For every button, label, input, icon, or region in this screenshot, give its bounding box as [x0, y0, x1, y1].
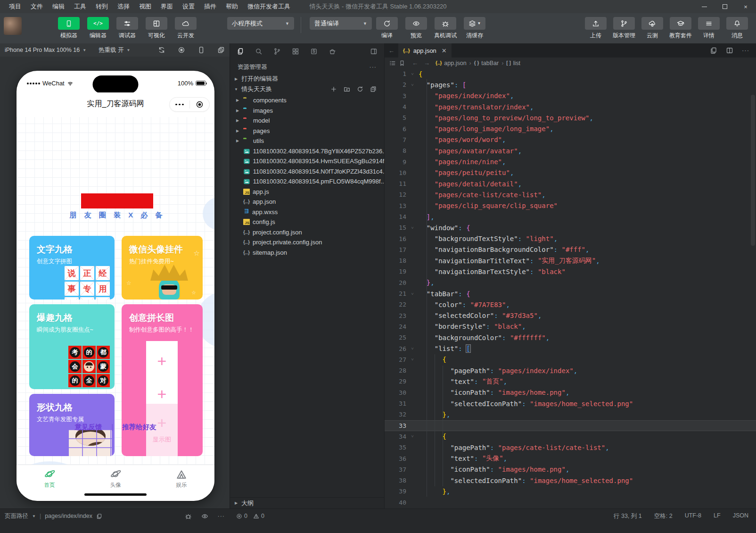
code-line-18[interactable]: 18 "navigationBarTitleText": "实用_刀客源码网", — [385, 255, 756, 266]
code-line-34[interactable]: 34˅ { — [385, 431, 756, 442]
code-line-40[interactable]: 40 — [385, 497, 756, 508]
status-item-1[interactable]: 行 33, 列 1 — [614, 512, 642, 520]
pot-icon[interactable] — [329, 48, 336, 55]
card-word-nine-grid[interactable]: 文字九格 创意文字拼图 说正经事专用 — [29, 236, 115, 300]
file-project.private.config.j[interactable]: {..}project.private.config.json — [230, 237, 384, 248]
消息-button[interactable]: 消息 — [725, 13, 749, 40]
more-icon[interactable]: ··· — [742, 47, 749, 54]
recommend-link[interactable]: 推荐给好友 — [122, 423, 156, 431]
file-app.json[interactable]: {..}app.json — [230, 197, 384, 207]
code-line-32[interactable]: 32 }, — [385, 409, 756, 420]
back-icon[interactable]: ← — [412, 59, 418, 67]
code-line-5[interactable]: 5 "pages/long_to_preview/long_to_preview… — [385, 112, 756, 123]
menu-item-4[interactable]: 工具 — [70, 0, 90, 13]
code-line-31[interactable]: 31 "selectedIconPath": "images/home_sele… — [385, 398, 756, 409]
split-editor-icon[interactable] — [726, 47, 733, 54]
预览-button[interactable]: 预览 — [404, 13, 428, 40]
files-icon[interactable] — [237, 48, 244, 55]
more-icon[interactable]: ··· — [370, 64, 377, 70]
模拟器-button[interactable]: 模拟器 — [57, 13, 81, 40]
minimize-button[interactable] — [694, 0, 715, 13]
maximize-button[interactable] — [715, 0, 735, 13]
code-line-10[interactable]: 10 "pages/peitu/peitu", — [385, 167, 756, 178]
outline-section[interactable]: ▶ 大纲 — [230, 497, 384, 508]
code-line-26[interactable]: 26˅ "list": [ — [385, 343, 756, 354]
code-line-37[interactable]: 37 "iconPath": "images/home.png", — [385, 464, 756, 475]
open-editors-section[interactable]: ▶ 打开的编辑器 — [230, 74, 384, 84]
code-line-8[interactable]: 8 "pages/avatar/avatar", — [385, 145, 756, 156]
status-item-2[interactable]: 空格: 2 — [654, 512, 673, 520]
详情-button[interactable]: 详情 — [697, 13, 721, 40]
windows-icon[interactable] — [217, 46, 225, 54]
code-line-33[interactable]: 33 — [385, 420, 756, 431]
真机调试-button[interactable]: 真机调试 — [433, 13, 458, 40]
code-line-39[interactable]: 39 }, — [385, 486, 756, 497]
menu-item-10[interactable]: 插件 — [200, 0, 221, 13]
file-sitemap.json[interactable]: {..}sitemap.json — [230, 248, 384, 258]
code-line-2[interactable]: 2˅ "pages": [ — [385, 79, 756, 90]
上传-button[interactable]: 上传 — [583, 13, 608, 40]
panel-icon[interactable] — [370, 48, 378, 55]
code-line-35[interactable]: 35 "pagePath": "pages/cate-list/cate-lis… — [385, 442, 756, 453]
code-line-28[interactable]: 28 "pagePath": "pages/index/index", — [385, 365, 756, 376]
file-app.wxss[interactable]: app.wxss — [230, 207, 384, 217]
device-icon[interactable] — [197, 46, 205, 54]
code-line-13[interactable]: 13 "pages/clip_square/clip_square" — [385, 200, 756, 211]
card-avatar-widget[interactable]: 微信头像挂件 热门挂件免费用~ ☆ ☆ ☆ — [122, 236, 203, 300]
code-line-29[interactable]: 29 "text": "首页", — [385, 376, 756, 387]
code-line-3[interactable]: 3 "pages/index/index", — [385, 91, 756, 101]
code-area[interactable]: 1˅{2˅ "pages": [3 "pages/index/index",4 … — [385, 68, 756, 508]
编辑器-button[interactable]: </>编辑器 — [86, 13, 110, 40]
more-icon[interactable]: ··· — [218, 513, 225, 519]
close-tab-icon[interactable]: ✕ — [442, 47, 447, 54]
close-button[interactable]: × — [735, 0, 756, 13]
mode-select[interactable]: 小程序模式 ▼ — [227, 17, 294, 30]
file-1108100302.480839154.N0f[interactable]: 1108100302.480839154.N0fTJfoKPZZl43d31c4… — [230, 167, 384, 177]
file-config.js[interactable]: JSconfig.js — [230, 217, 384, 227]
status-item-5[interactable]: JSON — [733, 512, 748, 520]
status-problems[interactable]: 0 0 — [230, 513, 384, 519]
code-line-4[interactable]: 4 "pages/translator/index", — [385, 101, 756, 112]
outline-list-icon[interactable] — [389, 60, 396, 67]
folder-model[interactable]: ▶model — [230, 116, 384, 126]
menu-item-11[interactable]: 帮助 — [222, 0, 242, 13]
code-line-21[interactable]: 21˅ "tabBar": { — [385, 288, 756, 299]
menu-item-12[interactable]: 微信开发者工具 — [243, 0, 295, 13]
code-line-23[interactable]: 23 "selectedColor": "#37d3a5", — [385, 310, 756, 321]
search-icon[interactable] — [255, 48, 263, 55]
folder-pages[interactable]: ▶pages — [230, 126, 384, 136]
menu-item-1[interactable]: 项目 — [5, 0, 25, 13]
copy-icon[interactable] — [96, 513, 102, 519]
scrollbar[interactable] — [751, 95, 755, 246]
project-section[interactable]: ▼ 情头天天换 — [230, 84, 384, 94]
menu-item-9[interactable]: 设置 — [178, 0, 199, 13]
code-line-38[interactable]: 38 "selectedIconPath": "images/home_sele… — [385, 475, 756, 486]
code-line-9[interactable]: 9 "pages/nine/nine", — [385, 156, 756, 167]
云测-button[interactable]: 云测 — [640, 13, 665, 40]
code-line-1[interactable]: 1˅{ — [385, 68, 756, 79]
status-item-4[interactable]: LF — [714, 512, 721, 520]
folderplus-icon[interactable] — [344, 86, 350, 92]
menu-item-5[interactable]: 转到 — [91, 0, 112, 13]
menu-item-7[interactable]: 视图 — [135, 0, 156, 13]
hot-reload-toggle[interactable]: 热重载 开 ▼ — [99, 46, 130, 54]
code-line-25[interactable]: 25 "backgroundColor": "#ffffff", — [385, 332, 756, 343]
教育套件-button[interactable]: 教育套件 — [668, 13, 693, 40]
refresh2-icon[interactable] — [357, 86, 363, 92]
bug-icon[interactable] — [185, 513, 192, 520]
code-line-36[interactable]: 36 "text": "头像", — [385, 453, 756, 464]
file-1108100302.480839154.Hvm[interactable]: 1108100302.480839154.HvmSUEEASgBu2914f..… — [230, 156, 384, 167]
target-icon[interactable] — [190, 100, 210, 108]
blocks-icon[interactable] — [292, 48, 299, 55]
编译-button[interactable]: 编译 — [375, 13, 399, 40]
compile-mode-select[interactable]: 普通编译 ▼ — [310, 17, 372, 30]
folder-components[interactable]: ▶components — [230, 95, 384, 106]
menu-item-2[interactable]: 文件 — [26, 0, 47, 13]
code-line-24[interactable]: 24 "borderStyle": "black", — [385, 321, 756, 332]
code-line-15[interactable]: 15˅ "window": { — [385, 222, 756, 233]
bookmark-icon[interactable] — [399, 60, 405, 67]
code-line-12[interactable]: 12 "pages/cate-list/cate-list", — [385, 189, 756, 200]
code-line-30[interactable]: 30 "iconPath": "images/home.png", — [385, 387, 756, 398]
phone-tab-头像[interactable]: 头像 — [82, 465, 148, 494]
eye-icon[interactable] — [201, 513, 208, 520]
